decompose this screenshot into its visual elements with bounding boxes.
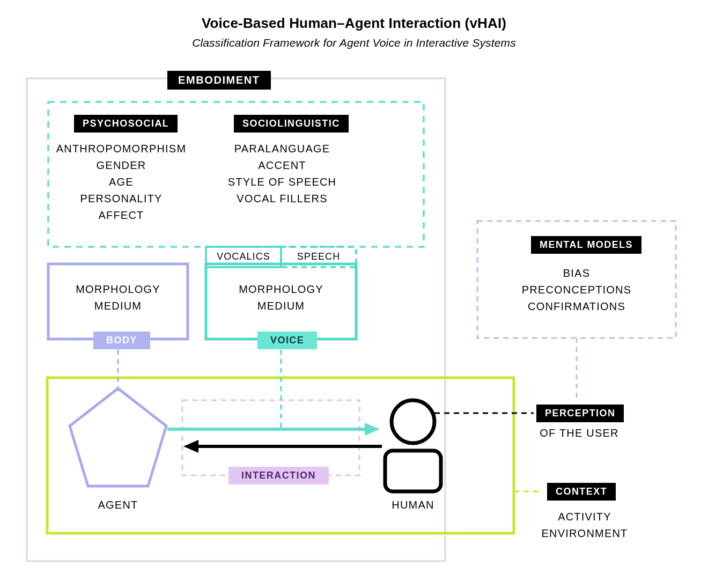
mental-models-item: PRECONCEPTIONS (477, 284, 676, 296)
mental-models-item: CONFIRMATIONS (477, 300, 676, 313)
voice-label: VOICE (257, 332, 317, 349)
mental-models-items: BIAS PRECONCEPTIONS CONFIRMATIONS (477, 263, 676, 317)
psychosocial-item: ANTHROPOMORPHISM (51, 143, 191, 155)
sociolinguistic-item: ACCENT (212, 159, 352, 172)
psychosocial-tag: PSYCHOSOCIAL (74, 115, 178, 133)
sociolinguistic-item: VOCAL FILLERS (212, 193, 352, 205)
svg-rect-1 (385, 451, 441, 491)
arrow-agent-to-human (167, 423, 380, 436)
vocalics-label: VOCALICS (206, 251, 281, 262)
body-item: MORPHOLOGY (48, 283, 188, 296)
human-label: HUMAN (386, 499, 440, 511)
agent-label: AGENT (86, 499, 150, 511)
voice-items: MORPHOLOGY MEDIUM (206, 279, 356, 317)
svg-marker-5 (183, 440, 198, 453)
embodiment-tag: EMBODIMENT (167, 71, 271, 90)
agent-icon (70, 388, 166, 486)
arrow-human-to-agent (183, 440, 382, 453)
body-items: MORPHOLOGY MEDIUM (48, 279, 188, 317)
voice-item: MEDIUM (206, 300, 356, 312)
interaction-label: INTERACTION (228, 467, 329, 484)
mental-models-tag: MENTAL MODELS (531, 236, 641, 254)
context-item: ENVIRONMENT (536, 527, 633, 540)
body-label: BODY (93, 332, 150, 349)
sociolinguistic-tag: SOCIOLINGUISTIC (234, 115, 349, 133)
body-item: MEDIUM (48, 300, 188, 312)
psychosocial-item: GENDER (51, 159, 191, 172)
sociolinguistic-items: PARALANGUAGE ACCENT STYLE OF SPEECH VOCA… (212, 138, 352, 209)
speech-label: SPEECH (281, 251, 356, 262)
sociolinguistic-item: STYLE OF SPEECH (212, 176, 352, 188)
perception-tag: PERCEPTION (536, 405, 624, 422)
interaction-frame (182, 400, 359, 475)
context-tag: CONTEXT (547, 483, 616, 501)
psychosocial-item: AGE (51, 176, 191, 188)
voice-item: MORPHOLOGY (206, 283, 356, 296)
psychosocial-item: AFFECT (51, 209, 191, 222)
psychosocial-items: ANTHROPOMORPHISM GENDER AGE PERSONALITY … (51, 138, 191, 226)
perception-sub: OF THE USER (536, 427, 622, 439)
psychosocial-item: PERSONALITY (51, 193, 191, 205)
mental-models-item: BIAS (477, 267, 676, 280)
context-items: ACTIVITY ENVIRONMENT (536, 506, 633, 544)
context-item: ACTIVITY (536, 511, 633, 523)
svg-point-0 (392, 400, 434, 443)
human-icon (385, 400, 441, 491)
sociolinguistic-item: PARALANGUAGE (212, 143, 352, 155)
svg-marker-3 (365, 423, 380, 436)
